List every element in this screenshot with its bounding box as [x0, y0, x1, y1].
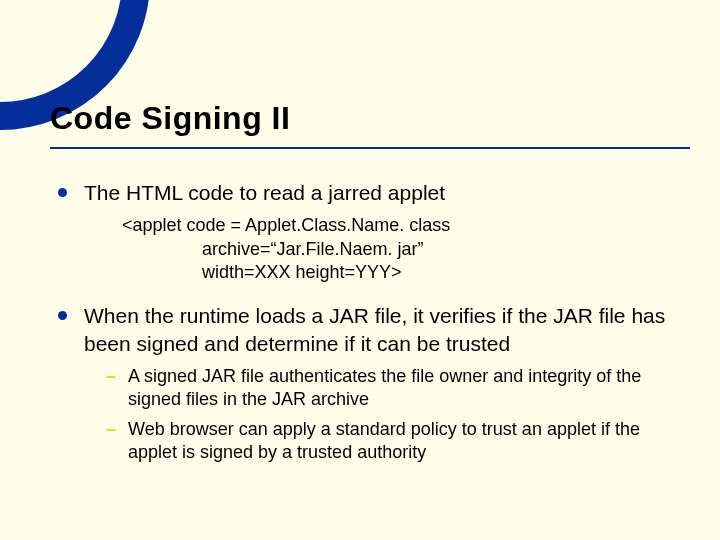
bullet-item: The HTML code to read a jarred applet: [50, 179, 690, 206]
slide-title: Code Signing II: [50, 100, 690, 137]
sub-bullet-item: Web browser can apply a standard policy …: [98, 418, 690, 465]
title-underline: [50, 147, 690, 149]
code-line: archive=“Jar.File.Naem. jar”: [122, 238, 690, 261]
slide-content: Code Signing II The HTML code to read a …: [50, 100, 690, 471]
code-line: width=XXX height=YYY>: [122, 261, 690, 284]
code-block: <applet code = Applet.Class.Name. class …: [122, 214, 690, 284]
sub-bullet-item: A signed JAR file authenticates the file…: [98, 365, 690, 412]
code-line: <applet code = Applet.Class.Name. class: [122, 214, 690, 237]
bullet-item: When the runtime loads a JAR file, it ve…: [50, 302, 690, 357]
